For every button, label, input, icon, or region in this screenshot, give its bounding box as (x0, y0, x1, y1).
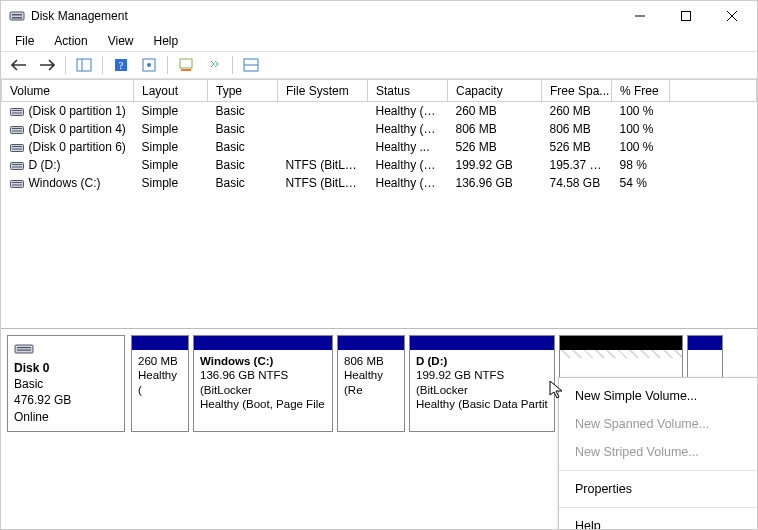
svg-rect-19 (10, 126, 23, 133)
svg-rect-20 (12, 128, 22, 129)
partition-block[interactable]: 260 MBHealthy ( (131, 335, 189, 432)
volume-row[interactable]: Windows (C:)SimpleBasicNTFS (BitLo...Hea… (2, 174, 757, 192)
volume-layout: Simple (134, 174, 208, 192)
help-toolbar-button[interactable]: ? (109, 54, 133, 76)
partition-line: Healthy (Basic Data Partit (416, 397, 548, 411)
menu-action[interactable]: Action (44, 32, 97, 50)
volume-row[interactable]: (Disk 0 partition 1)SimpleBasicHealthy (… (2, 102, 757, 120)
ctx-properties[interactable]: Properties (559, 475, 757, 503)
col-freespace[interactable]: Free Spa... (542, 80, 612, 102)
col-spacer (670, 80, 757, 102)
volume-type: Basic (208, 156, 278, 174)
col-type[interactable]: Type (208, 80, 278, 102)
svg-rect-18 (12, 112, 22, 113)
maximize-button[interactable] (663, 1, 709, 31)
svg-rect-23 (12, 146, 22, 147)
volume-capacity: 526 MB (448, 138, 542, 156)
minimize-button[interactable] (617, 1, 663, 31)
svg-rect-26 (12, 164, 22, 165)
svg-rect-22 (10, 144, 23, 151)
col-layout[interactable]: Layout (134, 80, 208, 102)
partition-stripe (410, 336, 554, 350)
volume-freespace: 195.37 GB (542, 156, 612, 174)
volume-type: Basic (208, 138, 278, 156)
list-view-toolbar-button[interactable] (202, 54, 226, 76)
svg-rect-31 (15, 345, 33, 353)
col-filesystem[interactable]: File System (278, 80, 368, 102)
svg-rect-30 (12, 184, 22, 185)
volume-status: Healthy (R... (368, 120, 448, 138)
menu-bar: File Action View Help (1, 31, 757, 51)
partition-line: 199.92 GB NTFS (BitLocker (416, 368, 548, 397)
ctx-new-spanned-volume: New Spanned Volume... (559, 410, 757, 438)
volume-status: Healthy ... (368, 138, 448, 156)
col-pctfree[interactable]: % Free (612, 80, 670, 102)
volume-name: Windows (C:) (29, 176, 101, 190)
disk-info-panel[interactable]: Disk 0 Basic 476.92 GB Online (7, 335, 125, 432)
volume-list[interactable]: Volume Layout Type File System Status Ca… (1, 79, 757, 329)
menu-help[interactable]: Help (144, 32, 189, 50)
volume-name: D (D:) (29, 158, 61, 172)
svg-rect-27 (12, 166, 22, 167)
settings-toolbar-button[interactable] (137, 54, 161, 76)
volume-filesystem (278, 120, 368, 138)
toolbar-separator (232, 56, 233, 74)
disk-type: Basic (14, 376, 118, 392)
col-status[interactable]: Status (368, 80, 448, 102)
volume-row[interactable]: (Disk 0 partition 6)SimpleBasicHealthy .… (2, 138, 757, 156)
volume-status: Healthy (E... (368, 102, 448, 120)
svg-rect-13 (180, 59, 192, 68)
volume-status: Healthy (B... (368, 156, 448, 174)
volume-type: Basic (208, 174, 278, 192)
close-button[interactable] (709, 1, 755, 31)
title-bar: Disk Management (1, 1, 757, 31)
menu-file[interactable]: File (5, 32, 44, 50)
forward-button[interactable] (35, 54, 59, 76)
back-button[interactable] (7, 54, 31, 76)
menu-view[interactable]: View (98, 32, 144, 50)
partition-stripe (688, 336, 722, 350)
partition-line: 136.96 GB NTFS (BitLocker (200, 368, 326, 397)
volume-layout: Simple (134, 156, 208, 174)
volume-freespace: 74.58 GB (542, 174, 612, 192)
graphic-view-toolbar-button[interactable] (239, 54, 263, 76)
partition-line: Healthy (Boot, Page File (200, 397, 326, 411)
svg-rect-17 (12, 110, 22, 111)
svg-rect-4 (682, 12, 691, 21)
toolbar: ? (1, 51, 757, 79)
volume-layout: Simple (134, 120, 208, 138)
partition-stripe (132, 336, 188, 350)
volume-pctfree: 100 % (612, 138, 670, 156)
show-hide-tree-button[interactable] (72, 54, 96, 76)
volume-pctfree: 98 % (612, 156, 670, 174)
ctx-new-simple-volume[interactable]: New Simple Volume... (559, 382, 757, 410)
partition-block[interactable]: D (D:)199.92 GB NTFS (BitLockerHealthy (… (409, 335, 555, 432)
volume-type: Basic (208, 120, 278, 138)
volume-row[interactable]: D (D:)SimpleBasicNTFS (BitLo...Healthy (… (2, 156, 757, 174)
disk-state: Online (14, 409, 118, 425)
volume-filesystem: NTFS (BitLo... (278, 174, 368, 192)
volume-pctfree: 100 % (612, 120, 670, 138)
volume-freespace: 260 MB (542, 102, 612, 120)
refresh-toolbar-button[interactable] (174, 54, 198, 76)
disk-size: 476.92 GB (14, 392, 118, 408)
svg-rect-21 (12, 130, 22, 131)
col-capacity[interactable]: Capacity (448, 80, 542, 102)
ctx-help[interactable]: Help (559, 512, 757, 530)
volume-table: Volume Layout Type File System Status Ca… (1, 79, 757, 192)
volume-layout: Simple (134, 102, 208, 120)
toolbar-separator (65, 56, 66, 74)
svg-point-12 (147, 63, 151, 67)
col-volume[interactable]: Volume (2, 80, 134, 102)
volume-capacity: 806 MB (448, 120, 542, 138)
volume-filesystem (278, 102, 368, 120)
svg-rect-0 (10, 12, 24, 20)
app-icon (9, 8, 25, 24)
volume-row[interactable]: (Disk 0 partition 4)SimpleBasicHealthy (… (2, 120, 757, 138)
volume-filesystem: NTFS (BitLo... (278, 156, 368, 174)
toolbar-separator (102, 56, 103, 74)
partition-block[interactable]: 806 MBHealthy (Re (337, 335, 405, 432)
svg-rect-2 (12, 17, 22, 19)
drive-icon (10, 142, 24, 152)
partition-block[interactable]: Windows (C:)136.96 GB NTFS (BitLockerHea… (193, 335, 333, 432)
